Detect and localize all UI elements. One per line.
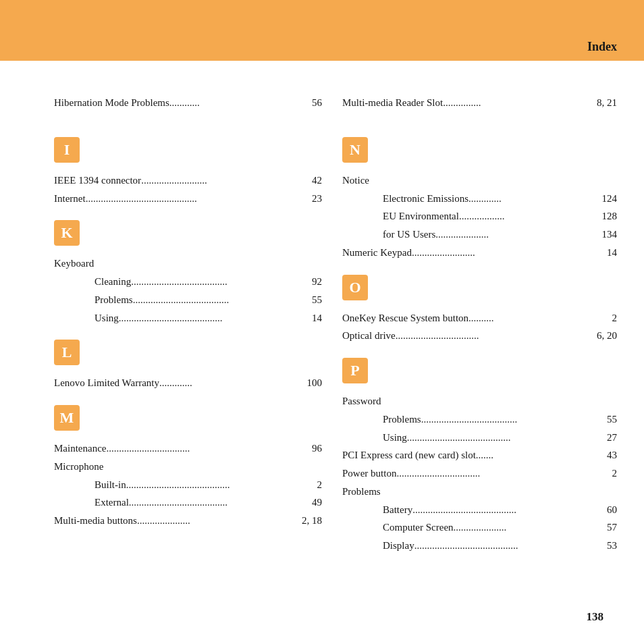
entry-page: 42 <box>312 172 322 189</box>
list-item: Display ................................… <box>342 537 617 554</box>
entry-label: Multi-media Reader Slot <box>342 95 443 111</box>
entry-label: Password <box>342 393 381 410</box>
entry-dots: ................................. <box>106 440 312 457</box>
entry-dots: ........................................… <box>414 537 607 554</box>
entry-page: 57 <box>607 519 617 536</box>
entry-page: 53 <box>607 537 617 554</box>
section-k-entries: Keyboard Cleaning ......................… <box>54 255 322 326</box>
list-item: PCI Express card (new card) slot .......… <box>342 447 617 464</box>
header-title: Index <box>587 40 617 54</box>
section-i-entries: IEEE 1394 connector ....................… <box>54 172 322 207</box>
entry-label: Cleaning <box>54 273 131 290</box>
entry-dots: ...................................... <box>131 273 312 290</box>
entry-dots: ........................................… <box>119 310 312 327</box>
entry-dots: ..................... <box>137 512 302 529</box>
entry-label: Lenovo Limited Warranty <box>54 375 159 392</box>
list-item: Lenovo Limited Warranty ............. 10… <box>54 375 322 392</box>
entry-label: Electronic Emissions <box>342 190 468 207</box>
entry-dots: ....................................... <box>129 494 312 511</box>
entry-dots: ............... <box>443 95 597 111</box>
list-item: OneKey Rescue System button .......... 2 <box>342 310 617 327</box>
entry-label: Numeric Keypad <box>342 244 412 261</box>
entry-page: 27 <box>607 429 617 446</box>
entry-label: PCI Express card (new card) slot <box>342 447 476 464</box>
entry-label: Problems <box>54 292 133 308</box>
entry-page: 92 <box>312 273 322 290</box>
entry-dots: ........................................… <box>126 477 317 493</box>
page-number: 138 <box>587 610 604 624</box>
entry-page: 124 <box>602 190 618 207</box>
entry-page: 56 <box>312 95 322 111</box>
entry-label: Hibernation Mode Problems <box>54 95 169 111</box>
list-item: Using ..................................… <box>54 310 322 327</box>
section-letter-o: O <box>342 275 368 300</box>
entry-page: 2 <box>612 310 618 327</box>
entry-label: External <box>54 494 129 511</box>
entry-dots: ...................................... <box>421 411 607 428</box>
entry-label: Display <box>342 537 414 554</box>
list-item: Notice <box>342 172 617 189</box>
list-item: IEEE 1394 connector ....................… <box>54 172 322 189</box>
entry-page: 2, 18 <box>302 512 322 529</box>
entry-label: Using <box>342 429 407 446</box>
entry-dots: ..................... <box>435 226 601 243</box>
section-n-entries: Notice Electronic Emissions ............… <box>342 172 617 261</box>
entry-dots: ................................. <box>396 327 597 344</box>
section-letter-k: K <box>54 220 80 246</box>
entry-page: 49 <box>312 494 322 511</box>
entry-page: 6, 20 <box>597 327 617 344</box>
entry-label: Optical drive <box>342 327 396 344</box>
entry-page: 14 <box>312 310 322 327</box>
list-item: Power button ...........................… <box>342 465 617 482</box>
section-l-entries: Lenovo Limited Warranty ............. 10… <box>54 375 322 392</box>
entry-page: 2 <box>612 465 618 482</box>
entry-label: Problems <box>342 483 381 500</box>
entry-page: 128 <box>602 208 618 225</box>
list-item: Numeric Keypad .........................… <box>342 244 617 261</box>
list-item: Problems ...............................… <box>54 292 322 308</box>
entry-label: Internet <box>54 190 86 207</box>
entry-dots: ...................................... <box>133 292 312 308</box>
section-letter-i: I <box>54 137 80 163</box>
section-letter-l: L <box>54 340 80 365</box>
entry-label: OneKey Rescue System button <box>342 310 468 327</box>
entry-page: 134 <box>602 226 618 243</box>
list-item: Microphone <box>54 458 322 475</box>
entry-page: 8, 21 <box>597 95 617 111</box>
entry-page: 96 <box>312 440 322 457</box>
entry-dots: ............. <box>159 375 307 392</box>
entry-label: Maintenance <box>54 440 106 457</box>
list-item: Built-in ...............................… <box>54 477 322 493</box>
entry-page: 14 <box>607 244 617 261</box>
entry-dots: ........................................… <box>86 190 312 207</box>
entry-page: 55 <box>607 411 617 428</box>
list-item: Using ..................................… <box>342 429 617 446</box>
entry-label: Keyboard <box>54 255 94 272</box>
entry-dots: .......................... <box>141 172 312 189</box>
entry-label: Battery <box>342 502 412 518</box>
section-letter-m: M <box>54 405 80 431</box>
entry-dots: ............. <box>468 190 601 207</box>
entry-dots: ....... <box>476 447 607 464</box>
entry-page: 2 <box>317 477 323 493</box>
list-item: Electronic Emissions ............. 124 <box>342 190 617 207</box>
entry-label: Notice <box>342 172 369 189</box>
list-item: Computer Screen ..................... 57 <box>342 519 617 536</box>
entry-page: 23 <box>312 190 322 207</box>
entry-dots: ......................... <box>412 244 607 261</box>
list-item: Internet ...............................… <box>54 190 322 207</box>
main-content: Hibernation Mode Problems ............ 5… <box>0 61 644 569</box>
entry-label: Microphone <box>54 458 103 475</box>
entry-dots: ..................... <box>454 519 607 536</box>
entry-label: Problems <box>342 411 421 428</box>
section-o-entries: OneKey Rescue System button .......... 2… <box>342 310 617 345</box>
list-item: Hibernation Mode Problems ............ 5… <box>54 95 322 111</box>
entry-page: 55 <box>312 292 322 308</box>
entry-label: Computer Screen <box>342 519 454 536</box>
entry-label: Power button <box>342 465 396 482</box>
list-item: Multi-media buttons ....................… <box>54 512 322 529</box>
list-item: Keyboard <box>54 255 322 272</box>
section-letter-p: P <box>342 358 368 383</box>
page-header: Index <box>0 0 644 61</box>
entry-dots: ............ <box>169 95 312 111</box>
